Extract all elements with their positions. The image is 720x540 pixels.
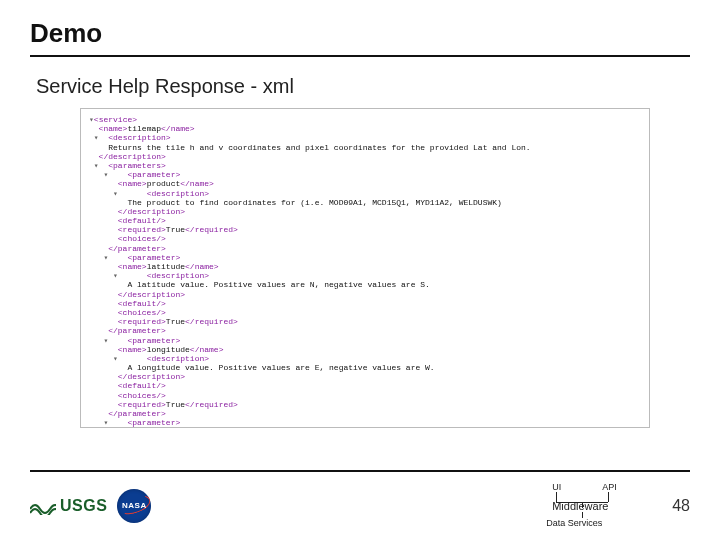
footer: USGS NASA UI API Middleware Data Service… [0,470,720,540]
page-number: 48 [672,497,690,515]
usgs-logo: USGS [30,497,107,515]
subtitle: Service Help Response - xml [36,75,690,98]
nasa-logo: NASA [117,489,151,523]
xml-response-box: ▾<service> <name>tilemap</name> ▾ <descr… [80,108,650,428]
footer-row: USGS NASA UI API Middleware Data Service… [30,478,690,533]
slide: Demo Service Help Response - xml ▾<servi… [0,0,720,540]
nasa-text: NASA [122,501,147,510]
diagram-middleware-label: Middleware [552,500,608,512]
diagram-ui-label: UI [552,482,561,492]
footer-rule [30,470,690,472]
logo-group: USGS NASA [30,489,151,523]
diagram-api-label: API [602,482,617,492]
architecture-diagram: UI API Middleware Data Services [534,482,644,530]
page-title: Demo [30,18,690,49]
usgs-wave-icon [30,497,56,515]
diagram-data-label: Data Services [546,518,602,528]
title-rule [30,55,690,57]
usgs-text: USGS [60,497,107,515]
